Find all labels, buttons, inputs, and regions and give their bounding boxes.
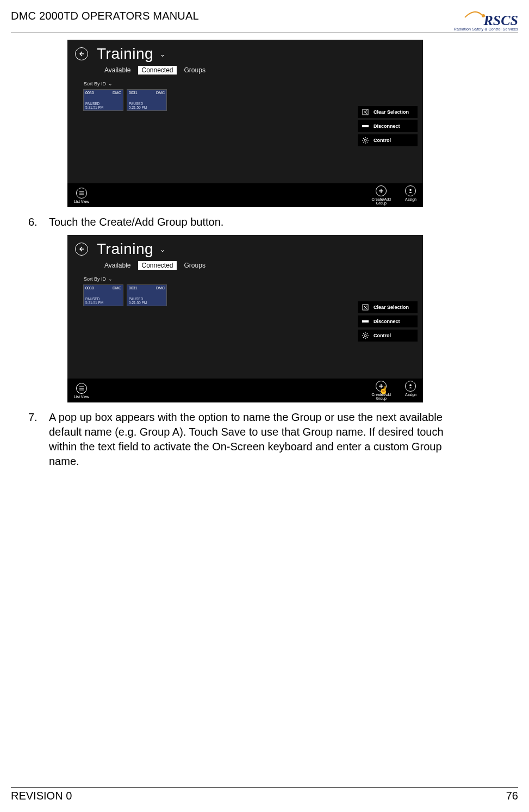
page-body: Training⌄ Available Connected Groups Sor… (11, 40, 518, 469)
disconnect-icon (362, 122, 369, 130)
logo-text: RSCS (483, 13, 518, 28)
screenshot-1: Training⌄ Available Connected Groups Sor… (67, 40, 460, 207)
device-tile[interactable]: 0031DMC PAUSED5:21:50 PM (127, 285, 166, 306)
back-button[interactable] (75, 47, 88, 60)
page-number: 76 (506, 790, 518, 802)
tab-groups[interactable]: Groups (184, 262, 206, 269)
tab-connected[interactable]: Connected (138, 261, 176, 270)
device-tile[interactable]: 0030DMC PAUSED5:21:51 PM (84, 285, 123, 306)
person-icon (405, 185, 416, 196)
clear-icon (362, 108, 369, 116)
page-header: DMC 2000TD OPERATORS MANUAL RSCS Radiati… (11, 10, 518, 33)
svg-line-8 (363, 138, 364, 139)
svg-line-9 (367, 142, 368, 142)
bottom-bar: List View ☝ Create/Add Group (67, 379, 423, 402)
create-add-group-button[interactable]: ☝ Create/Add Group (372, 381, 391, 400)
svg-line-11 (363, 142, 364, 142)
svg-point-3 (364, 139, 366, 141)
plus-icon (376, 185, 387, 196)
svg-line-26 (367, 337, 368, 338)
step-number: 7. (28, 410, 40, 469)
touch-hand-icon: ☝ (379, 386, 388, 394)
svg-line-27 (367, 333, 368, 334)
chevron-down-icon: ⌄ (108, 276, 113, 282)
list-icon (76, 383, 87, 394)
disconnect-button[interactable]: Disconnect (358, 120, 418, 132)
document-title: DMC 2000TD OPERATORS MANUAL (11, 10, 199, 22)
create-add-group-button[interactable]: Create/Add Group (372, 185, 391, 205)
list-icon (76, 188, 87, 199)
list-view-button[interactable]: List View (74, 383, 89, 399)
gear-icon (362, 137, 369, 144)
step-text: A pop up box appears with the option to … (49, 410, 460, 469)
svg-point-20 (364, 334, 366, 337)
page-footer: REVISION 0 76 (11, 787, 518, 802)
step-6: 6. Touch the Create/Add Group button. (28, 215, 460, 230)
chevron-down-icon: ⌄ (108, 81, 113, 86)
gear-icon (362, 332, 369, 339)
screen-title: Training⌄ (97, 45, 166, 63)
device-tile[interactable]: 0030DMC PAUSED5:21:51 PM (84, 90, 123, 110)
screenshot-2: Training⌄ Available Connected Groups Sor… (67, 235, 460, 402)
control-button[interactable]: Control (358, 134, 418, 146)
svg-point-17 (410, 189, 412, 191)
clear-selection-button[interactable]: Clear Selection (358, 301, 418, 313)
tabs: Available Connected Groups (67, 66, 423, 78)
svg-point-34 (410, 385, 412, 387)
screen-title: Training⌄ (97, 240, 166, 258)
plus-icon: ☝ (376, 381, 387, 392)
tab-groups[interactable]: Groups (184, 66, 206, 74)
assign-button[interactable]: Assign (405, 185, 416, 201)
svg-line-28 (363, 337, 364, 338)
tab-available[interactable]: Available (104, 66, 130, 74)
bottom-bar: List View Create/Add Group Assig (67, 183, 423, 207)
assign-button[interactable]: Assign (405, 381, 416, 396)
svg-line-25 (363, 333, 364, 334)
disconnect-button[interactable]: Disconnect (358, 315, 418, 327)
tab-connected[interactable]: Connected (138, 66, 176, 75)
step-7: 7. A pop up box appears with the option … (28, 410, 460, 469)
company-logo: RSCS Radiation Safety & Control Services (454, 10, 518, 30)
logo-subtext: Radiation Safety & Control Services (454, 28, 518, 31)
disconnect-icon (362, 318, 369, 325)
svg-rect-19 (362, 320, 369, 323)
tab-available[interactable]: Available (104, 262, 130, 269)
svg-line-10 (367, 138, 368, 139)
clear-icon (362, 303, 369, 311)
revision-label: REVISION 0 (11, 790, 72, 802)
step-text: Touch the Create/Add Group button. (49, 215, 223, 230)
clear-selection-button[interactable]: Clear Selection (358, 106, 418, 118)
person-icon (405, 381, 416, 392)
svg-rect-2 (362, 125, 369, 127)
chevron-down-icon[interactable]: ⌄ (160, 246, 166, 253)
step-number: 6. (28, 215, 40, 230)
control-button[interactable]: Control (358, 330, 418, 342)
tabs: Available Connected Groups (67, 261, 423, 273)
chevron-down-icon[interactable]: ⌄ (160, 51, 166, 58)
back-button[interactable] (75, 243, 88, 256)
sort-control[interactable]: Sort By ID ⌄ (67, 273, 423, 284)
list-view-button[interactable]: List View (74, 188, 89, 203)
device-tile[interactable]: 0031DMC PAUSED5:21:50 PM (127, 90, 166, 110)
sort-control[interactable]: Sort By ID ⌄ (67, 78, 423, 89)
